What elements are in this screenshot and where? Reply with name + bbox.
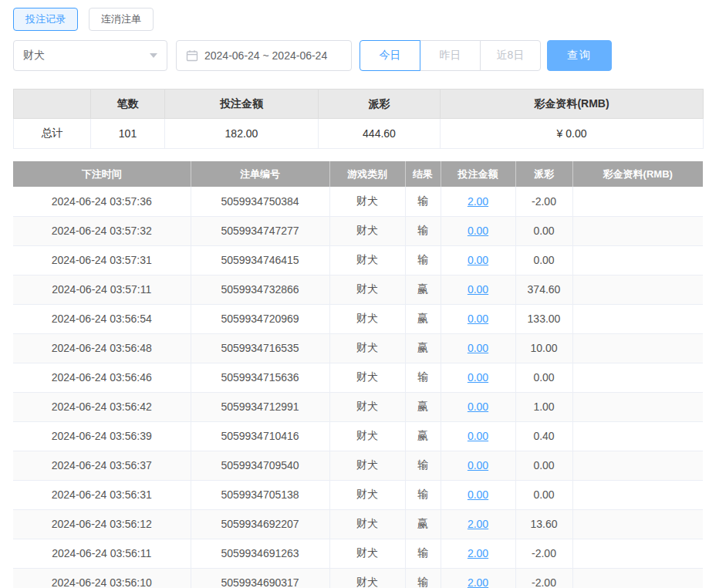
table-row: 2024-06-24 03:56:105059934690317财犬输2.00-… bbox=[13, 568, 703, 588]
cell-game-type: 财犬 bbox=[329, 568, 405, 588]
last-8-days-button[interactable]: 近8日 bbox=[480, 40, 541, 71]
records-table: 下注时间 注单编号 游戏类别 结果 投注金额 派彩 彩金资料(RMB) 2024… bbox=[13, 161, 703, 588]
cell-result: 输 bbox=[405, 568, 441, 588]
bet-amount-link[interactable]: 0.00 bbox=[468, 488, 488, 501]
bet-amount-link[interactable]: 2.00 bbox=[468, 195, 488, 208]
cell-payout: -2.00 bbox=[515, 568, 572, 588]
bet-amount-link[interactable]: 2.00 bbox=[468, 547, 488, 559]
cell-payout: 0.00 bbox=[515, 451, 572, 480]
cell-result: 赢 bbox=[405, 304, 441, 333]
cell-order-id: 5059934750384 bbox=[191, 187, 329, 216]
table-row: 2024-06-24 03:56:115059934691263财犬输2.00-… bbox=[13, 539, 703, 568]
yesterday-button[interactable]: 昨日 bbox=[420, 40, 481, 71]
cell-payout: 13.60 bbox=[515, 509, 572, 539]
cell-bet-time: 2024-06-24 03:56:39 bbox=[13, 421, 191, 451]
cell-order-id: 5059934712991 bbox=[191, 392, 329, 421]
cell-game-type: 财犬 bbox=[329, 363, 405, 392]
bet-amount-link[interactable]: 0.00 bbox=[468, 459, 488, 471]
filter-row: 财犬 2024-06-24 ~ 2024-06-24 今日 昨日 近8日 查询 bbox=[13, 40, 703, 71]
table-row: 2024-06-24 03:56:125059934692207财犬赢2.001… bbox=[13, 509, 703, 539]
search-button[interactable]: 查询 bbox=[547, 40, 612, 71]
cell-bet-time: 2024-06-24 03:56:31 bbox=[13, 480, 191, 509]
cell-order-id: 5059934732866 bbox=[191, 275, 329, 304]
cell-game-type: 财犬 bbox=[329, 421, 405, 451]
cell-payout: 133.00 bbox=[515, 304, 572, 333]
cell-bet-time: 2024-06-24 03:56:37 bbox=[13, 451, 191, 480]
cell-result: 赢 bbox=[405, 392, 441, 421]
cell-bet-amount: 0.00 bbox=[441, 333, 515, 363]
chevron-down-icon bbox=[150, 53, 157, 58]
cell-bet-time: 2024-06-24 03:56:46 bbox=[13, 363, 191, 392]
cell-bonus bbox=[572, 333, 703, 363]
bet-amount-link[interactable]: 0.00 bbox=[468, 254, 488, 266]
tab-consecutive-cancel-orders[interactable]: 连消注单 bbox=[89, 8, 154, 31]
summary-total-bet-amount: 182.00 bbox=[165, 119, 319, 149]
bet-amount-link[interactable]: 0.00 bbox=[468, 283, 488, 296]
cell-bet-amount: 0.00 bbox=[441, 216, 515, 245]
table-row: 2024-06-24 03:56:485059934716535财犬赢0.001… bbox=[13, 333, 703, 363]
betting-records-page: 投注记录 连消注单 财犬 2024-06-24 ~ 2024-06-24 今日 … bbox=[0, 0, 709, 588]
summary-total-row: 总计 101 182.00 444.60 ¥ 0.00 bbox=[14, 119, 704, 149]
cell-result: 输 bbox=[405, 451, 441, 480]
bet-amount-link[interactable]: 0.00 bbox=[468, 430, 488, 442]
cell-game-type: 财犬 bbox=[329, 539, 405, 568]
bet-amount-link[interactable]: 0.00 bbox=[468, 313, 488, 325]
cell-order-id: 5059934746415 bbox=[191, 245, 329, 275]
cell-bonus bbox=[572, 451, 703, 480]
cell-payout: 0.40 bbox=[515, 421, 572, 451]
cell-game-type: 财犬 bbox=[329, 245, 405, 275]
cell-bet-amount: 0.00 bbox=[441, 363, 515, 392]
summary-header-bet-amount: 投注金额 bbox=[165, 90, 319, 119]
summary-total-count: 101 bbox=[91, 119, 165, 149]
cell-bet-amount: 0.00 bbox=[441, 451, 515, 480]
header-game-type: 游戏类别 bbox=[329, 161, 405, 187]
cell-game-type: 财犬 bbox=[329, 187, 405, 216]
bet-amount-link[interactable]: 0.00 bbox=[468, 400, 488, 413]
cell-result: 输 bbox=[405, 480, 441, 509]
bet-amount-link[interactable]: 0.00 bbox=[468, 371, 488, 384]
summary-header-payout: 派彩 bbox=[319, 90, 441, 119]
bet-amount-link[interactable]: 2.00 bbox=[468, 576, 488, 588]
cell-payout: 1.00 bbox=[515, 392, 572, 421]
cell-game-type: 财犬 bbox=[329, 275, 405, 304]
cell-payout: -2.00 bbox=[515, 187, 572, 216]
cell-bet-time: 2024-06-24 03:56:11 bbox=[13, 539, 191, 568]
date-range-picker[interactable]: 2024-06-24 ~ 2024-06-24 bbox=[176, 40, 352, 71]
quick-date-button-group: 今日 昨日 近8日 bbox=[360, 40, 541, 71]
cell-payout: 0.00 bbox=[515, 363, 572, 392]
table-row: 2024-06-24 03:57:315059934746415财犬输0.000… bbox=[13, 245, 703, 275]
today-button[interactable]: 今日 bbox=[360, 40, 420, 71]
cell-payout: 0.00 bbox=[515, 216, 572, 245]
cell-game-type: 财犬 bbox=[329, 392, 405, 421]
header-bet-amount: 投注金额 bbox=[441, 161, 515, 187]
tabs-row: 投注记录 连消注单 bbox=[13, 8, 703, 31]
bet-amount-link[interactable]: 2.00 bbox=[468, 518, 488, 530]
cell-bonus bbox=[572, 363, 703, 392]
summary-total-label: 总计 bbox=[14, 119, 91, 149]
cell-bet-time: 2024-06-24 03:57:32 bbox=[13, 216, 191, 245]
bet-amount-link[interactable]: 0.00 bbox=[468, 342, 488, 354]
bet-amount-link[interactable]: 0.00 bbox=[468, 225, 488, 237]
cell-bet-time: 2024-06-24 03:56:12 bbox=[13, 509, 191, 539]
cell-payout: 10.00 bbox=[515, 333, 572, 363]
cell-game-type: 财犬 bbox=[329, 480, 405, 509]
summary-header-empty bbox=[14, 90, 91, 119]
cell-bet-time: 2024-06-24 03:56:48 bbox=[13, 333, 191, 363]
cell-bet-time: 2024-06-24 03:56:10 bbox=[13, 568, 191, 588]
cell-payout: 0.00 bbox=[515, 480, 572, 509]
tab-betting-records[interactable]: 投注记录 bbox=[13, 8, 78, 31]
cell-bonus bbox=[572, 392, 703, 421]
summary-header-count: 笔数 bbox=[91, 90, 165, 119]
cell-bonus bbox=[572, 187, 703, 216]
cell-order-id: 5059934710416 bbox=[191, 421, 329, 451]
records-header-row: 下注时间 注单编号 游戏类别 结果 投注金额 派彩 彩金资料(RMB) bbox=[13, 161, 703, 187]
cell-bet-amount: 0.00 bbox=[441, 245, 515, 275]
summary-header-row: 笔数 投注金额 派彩 彩金资料(RMB) bbox=[14, 90, 704, 119]
game-select[interactable]: 财犬 bbox=[13, 40, 167, 71]
header-result: 结果 bbox=[405, 161, 441, 187]
cell-result: 赢 bbox=[405, 333, 441, 363]
cell-bonus bbox=[572, 245, 703, 275]
cell-result: 赢 bbox=[405, 421, 441, 451]
date-range-value: 2024-06-24 ~ 2024-06-24 bbox=[204, 49, 327, 62]
cell-result: 赢 bbox=[405, 275, 441, 304]
